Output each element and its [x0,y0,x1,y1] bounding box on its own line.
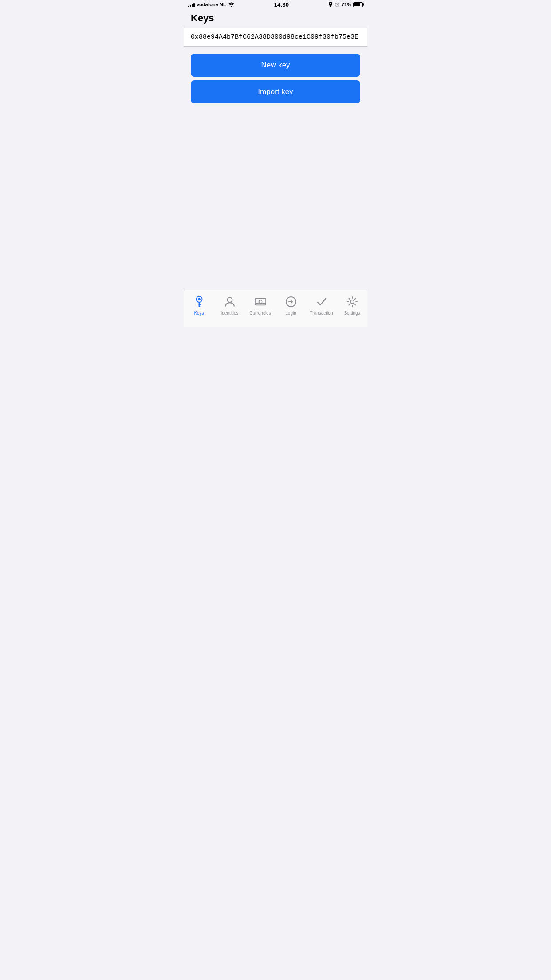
new-key-button[interactable]: New key [191,54,360,77]
location-icon [328,2,333,7]
carrier-name: vodafone NL [197,2,226,7]
key-icon [193,296,205,309]
signal-bar-3 [192,4,193,7]
tab-currencies-label: Currencies [249,311,271,316]
wifi-icon [228,2,235,7]
page-title: Keys [191,12,360,24]
status-bar-right: 71% [328,2,363,7]
import-key-button[interactable]: Import key [191,80,360,103]
alarm-icon [335,2,340,7]
svg-point-14 [350,300,354,304]
svg-rect-5 [198,304,201,305]
login-icon [285,296,297,309]
tab-login[interactable]: Login [276,290,306,318]
tab-currencies[interactable]: $ Currencies [245,290,276,318]
identities-icon [224,296,236,309]
signal-bar-1 [188,6,189,7]
tab-keys-label: Keys [194,311,204,316]
tab-login-label: Login [285,311,296,316]
tab-settings[interactable]: Settings [337,290,367,318]
status-time: 14:30 [274,1,289,8]
settings-icon [346,296,358,309]
tab-keys[interactable]: Keys [184,290,214,318]
currencies-icon: $ [255,296,266,309]
tab-identities[interactable]: Identities [214,290,245,318]
action-buttons: New key Import key [184,50,367,107]
svg-rect-8 [255,299,265,305]
tab-settings-label: Settings [344,311,360,316]
key-value-display[interactable]: 0x88e94A4b7BfC62A38D300d98ce1C09f30fb75e… [184,28,367,47]
battery-percent: 71% [342,2,351,7]
tab-bar: Keys Identities $ Currencies [184,290,367,327]
tab-transaction-label: Transaction [310,311,333,316]
status-bar: vodafone NL 14:30 71% [184,0,367,9]
svg-rect-6 [198,306,200,307]
svg-point-0 [231,6,232,7]
status-bar-left: vodafone NL [188,2,235,7]
svg-text:$: $ [259,300,260,304]
tab-transaction[interactable]: Transaction [306,290,337,318]
signal-bar-2 [190,5,191,7]
svg-point-3 [198,298,201,301]
transaction-icon [316,296,327,309]
signal-bars-icon [188,2,195,7]
tab-identities-label: Identities [220,311,238,316]
nav-bar: Keys [184,9,367,28]
battery-icon [353,2,363,7]
signal-bar-4 [193,3,195,7]
main-content: 0x88e94A4b7BfC62A38D300d98ce1C09f30fb75e… [184,28,367,290]
svg-point-7 [227,297,232,302]
